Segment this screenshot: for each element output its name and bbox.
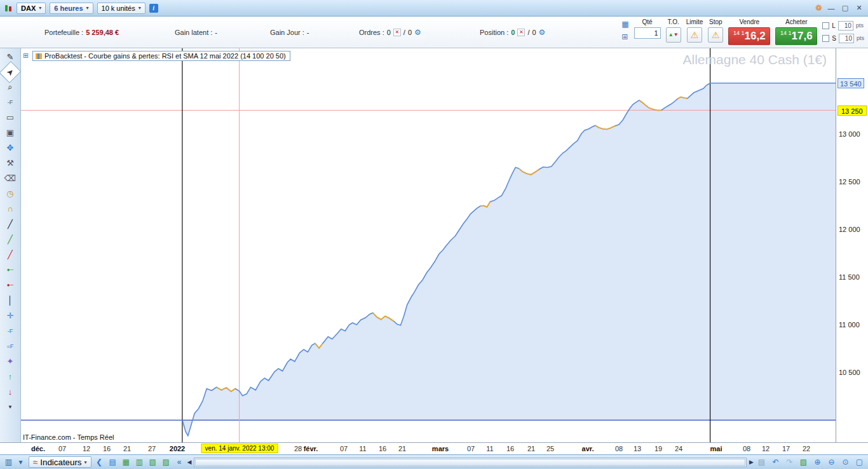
move-icon[interactable]: ✥: [0, 140, 20, 156]
limit-checkbox[interactable]: [822, 22, 829, 29]
chart-scrollbar[interactable]: [194, 458, 747, 467]
x-axis-tick: févr.: [304, 445, 318, 452]
cancel-orders-icon[interactable]: ✕: [393, 29, 401, 36]
portfolio-value: 5 259,48 €: [86, 29, 119, 36]
x-axis-tick: 11: [359, 445, 366, 452]
stop-checkbox[interactable]: [822, 35, 829, 42]
collapse-tools-icon[interactable]: ▼: [0, 400, 20, 415]
horizontal-segment-green-icon[interactable]: ●─: [0, 262, 20, 278]
info-icon[interactable]: i: [149, 4, 158, 13]
keyboard-icon[interactable]: ▦: [621, 20, 628, 29]
crosshair-date-badge: ven. 14 janv. 2022 13:00: [201, 444, 278, 453]
buy-price-prefix: 14 1: [780, 30, 792, 36]
orders-separator: /: [403, 29, 405, 36]
x-axis-tick: 12: [762, 445, 770, 452]
limit-pts-input[interactable]: 10: [838, 21, 853, 31]
indicators-button[interactable]: ≈ Indicateurs ▾: [29, 456, 92, 468]
stop-pts-input[interactable]: 10: [839, 34, 854, 43]
trendline-green-icon[interactable]: ╱: [0, 232, 20, 247]
limit-letter: L: [832, 22, 836, 29]
orders-gear-icon[interactable]: ⚙: [414, 28, 421, 37]
x-axis-tick: 13: [634, 445, 641, 452]
chevron-down-icon: ▾: [85, 459, 87, 465]
trendline-red-icon[interactable]: ╱: [0, 247, 20, 262]
timeframe-label: 6 heures: [54, 4, 83, 12]
cross-lines-icon[interactable]: ✛: [0, 308, 20, 323]
magnifier-icon[interactable]: ⊙: [840, 458, 851, 466]
fibonacci-extension-icon[interactable]: =F: [0, 339, 20, 354]
horizontal-segment-red-icon[interactable]: ●─: [0, 278, 20, 293]
price-axis-label: 12 000: [839, 224, 860, 234]
alarm-clock-icon[interactable]: ◷: [0, 186, 20, 201]
x-axis-tick: 17: [782, 445, 790, 452]
scroll-right-icon[interactable]: ▶: [749, 459, 754, 465]
chart-area[interactable]: ⊞ ProBacktest - Courbe gains & pertes: R…: [21, 48, 836, 442]
instrument-select[interactable]: DAX ▾: [17, 3, 46, 14]
duplicate-icon[interactable]: ▣: [0, 125, 20, 140]
zoom-chart-icon[interactable]: ▧: [798, 458, 809, 466]
share-icon[interactable]: ❮: [94, 458, 105, 466]
chart-title-box[interactable]: ProBacktest - Courbe gains & pertes: RSI…: [32, 51, 290, 61]
fibonacci-fan-icon[interactable]: -F: [0, 323, 20, 339]
window-icon[interactable]: ⊞: [23, 51, 29, 60]
calculator-icon[interactable]: ⊞: [621, 32, 628, 41]
redo-icon[interactable]: ↷: [784, 458, 795, 466]
bottom-toolbar: ▥▾ ≈ Indicateurs ▾ ❮▤▦▥▧▨« ◀ ▶ ▤↶↷▧⊕⊖⊙▢: [0, 454, 868, 469]
orders-count-2: 0: [408, 29, 412, 36]
price-axis-label: 13 250: [837, 105, 867, 116]
up-arrow-icon: ▲: [668, 32, 674, 37]
sell-button[interactable]: 14 1 16,2: [728, 27, 770, 45]
x-axis-tick: 16: [506, 445, 514, 452]
maximize-button[interactable]: ▢: [840, 4, 850, 12]
screener-icon[interactable]: ▧: [147, 458, 158, 466]
positions-icon[interactable]: ▥: [134, 458, 145, 466]
detach-page-icon[interactable]: ▤: [756, 458, 767, 466]
take-order-button[interactable]: ▲▼: [666, 27, 681, 43]
position-gear-icon[interactable]: ⚙: [539, 28, 546, 37]
chart-style-caret-icon[interactable]: ▾: [15, 458, 26, 466]
fibonacci-retracement-icon[interactable]: -F: [0, 95, 20, 110]
measure-icon[interactable]: ▭: [0, 110, 20, 125]
close-button[interactable]: ✕: [854, 4, 864, 12]
titlebar: DAX ▾ 6 heures ▾ 10 k unités ▾ i ❁ — ▢ ✕: [0, 0, 868, 17]
backtest-icon: [36, 53, 42, 59]
chart-style-icon[interactable]: ▥: [3, 458, 14, 466]
trendline-icon[interactable]: ╱: [0, 217, 20, 232]
chart-edit-icon[interactable]: ▨: [161, 458, 172, 466]
buy-arrow-icon[interactable]: ↑: [0, 369, 20, 384]
fullscreen-icon[interactable]: ▢: [854, 458, 865, 466]
sell-price-prefix: 14 1: [733, 30, 745, 36]
limite-button[interactable]: ⚠: [687, 27, 702, 43]
position-label: Position :: [480, 29, 508, 36]
collapse-icon[interactable]: «: [174, 458, 185, 466]
scroll-left-icon[interactable]: ◀: [187, 459, 192, 465]
time-axis[interactable]: ven. 14 janv. 2022 13:00 déc.07121621272…: [0, 442, 868, 454]
vertical-line-icon[interactable]: │: [0, 293, 20, 308]
news-icon[interactable]: ▤: [107, 458, 118, 466]
orders-label: Ordres :: [359, 29, 384, 36]
down-arrow-icon: ▼: [674, 32, 679, 37]
alert-bell-icon[interactable]: ∩: [0, 201, 20, 217]
x-axis-tick: mars: [432, 445, 449, 452]
undo-icon[interactable]: ↶: [770, 458, 781, 466]
close-position-icon[interactable]: ✕: [517, 29, 525, 36]
units-select[interactable]: 10 k unités ▾: [97, 3, 146, 14]
stop-button[interactable]: ⚠: [708, 27, 723, 43]
x-axis-tick: 07: [58, 445, 66, 452]
gain-jour-value: -: [307, 29, 309, 36]
equity-area: [182, 83, 836, 436]
sell-arrow-icon[interactable]: ↓: [0, 384, 20, 400]
buy-button[interactable]: 14 1 17,6: [775, 27, 817, 45]
timeframe-select[interactable]: 6 heures ▾: [50, 3, 93, 14]
delete-icon[interactable]: ⌫: [0, 171, 20, 186]
scrollbar-thumb[interactable]: [195, 459, 745, 466]
tools-icon[interactable]: ⚒: [0, 156, 20, 171]
qty-input[interactable]: 1: [634, 27, 661, 39]
minimize-button[interactable]: —: [826, 4, 836, 12]
equity-curve-chart[interactable]: [21, 48, 836, 442]
price-axis[interactable]: 13 54013 25013 00012 50012 00011 50011 0…: [836, 48, 868, 442]
orders-log-icon[interactable]: ▦: [121, 458, 132, 466]
pattern-icon[interactable]: ✦: [0, 354, 20, 369]
zoom-out-icon[interactable]: ⊖: [826, 458, 837, 466]
zoom-in-icon[interactable]: ⊕: [812, 458, 823, 466]
